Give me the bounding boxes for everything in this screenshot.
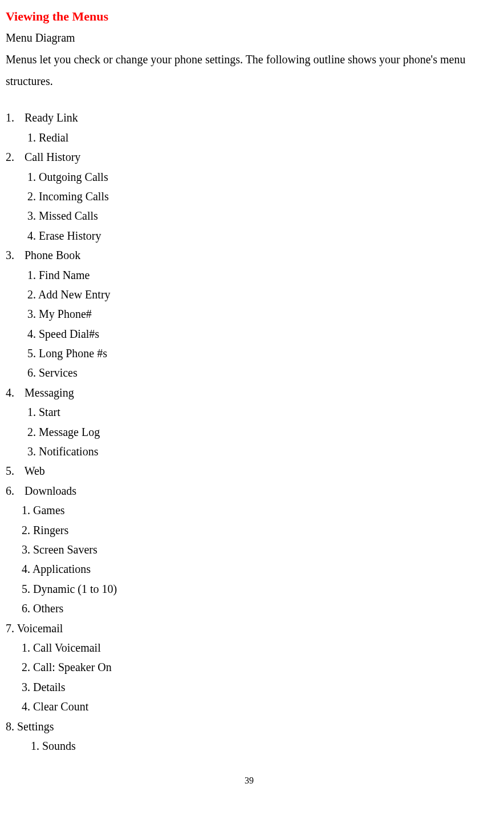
menu-sub-item: 2. Ringers [6, 520, 493, 540]
menu-sub-item: 1. Start [6, 402, 493, 422]
menu-sub-item: 1. Games [6, 500, 493, 520]
menu-item-label: Messaging [22, 386, 74, 399]
intro-paragraph: Menus let you check or change your phone… [6, 49, 493, 92]
menu-sub-item: 4. Speed Dial#s [6, 324, 493, 344]
menu-sub-item: 2. Call: Speaker On [6, 657, 493, 677]
menu-item-number: 2. [6, 147, 22, 167]
menu-sub-item: 1. Redial [6, 128, 493, 147]
menu-sub-item: 1. Find Name [6, 265, 493, 285]
menu-item-label: Ready Link [22, 111, 78, 124]
menu-sub-item: 3. Missed Calls [6, 206, 493, 225]
menu-item-number: 4. [6, 383, 22, 402]
menu-item-label: Web [22, 465, 45, 477]
menu-sub-item: 2. Incoming Calls [6, 187, 493, 206]
menu-sub-item: 2. Add New Entry [6, 285, 493, 304]
menu-sub-item: 4. Erase History [6, 226, 493, 245]
section-heading: Viewing the Menus [6, 6, 493, 27]
menu-sub-item: 3. Screen Savers [6, 540, 493, 559]
menu-sub-item: 4. Applications [6, 559, 493, 579]
menu-sub-item: 1. Outgoing Calls [6, 167, 493, 187]
menu-sub-item: 2. Message Log [6, 422, 493, 442]
menu-sub-item: 3. My Phone# [6, 304, 493, 324]
menu-item-number: 6. [6, 481, 22, 500]
menu-top-item: 4. Messaging [6, 383, 493, 402]
menu-item-label: Phone Book [22, 249, 80, 261]
menu-item-number: 3. [6, 245, 22, 265]
menu-outline: 1. Ready Link1. Redial2. Call History1. … [6, 108, 493, 756]
menu-top-item: 3. Phone Book [6, 245, 493, 265]
menu-item-number: 1. [6, 108, 22, 127]
menu-item-label: Downloads [22, 484, 76, 497]
menu-sub-item: 1. Sounds [6, 736, 493, 756]
menu-top-item: 7. Voicemail [6, 619, 493, 638]
menu-sub-item: 3. Details [6, 677, 493, 697]
menu-item-number: 5. [6, 461, 22, 480]
menu-top-item: 5. Web [6, 461, 493, 480]
menu-top-item: 2. Call History [6, 147, 493, 167]
menu-item-label: Call History [22, 151, 80, 163]
page-number: 39 [6, 773, 493, 788]
menu-sub-item: 3. Notifications [6, 442, 493, 461]
menu-sub-item: 6. Others [6, 599, 493, 618]
menu-top-item: 6. Downloads [6, 481, 493, 500]
menu-sub-item: 5. Long Phone #s [6, 344, 493, 363]
menu-sub-item: 6. Services [6, 363, 493, 382]
menu-top-item: 8. Settings [6, 717, 493, 736]
menu-sub-item: 5. Dynamic (1 to 10) [6, 579, 493, 599]
menu-sub-item: 4. Clear Count [6, 697, 493, 716]
section-subheading: Menu Diagram [6, 28, 493, 47]
menu-top-item: 1. Ready Link [6, 108, 493, 127]
menu-sub-item: 1. Call Voicemail [6, 638, 493, 657]
